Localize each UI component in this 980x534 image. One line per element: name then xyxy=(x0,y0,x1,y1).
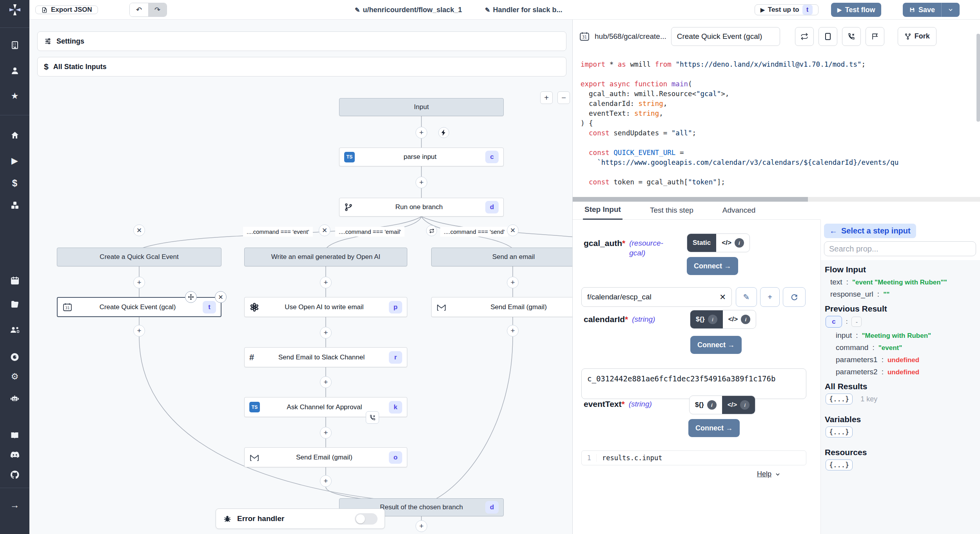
discord-icon[interactable] xyxy=(0,449,29,461)
zoom-out-button[interactable]: − xyxy=(557,91,570,104)
add-step-button[interactable]: + xyxy=(320,475,332,487)
edit-resource-button[interactable]: ✎ xyxy=(736,287,757,307)
branch-condition-email[interactable]: ....command === 'email' xyxy=(335,227,405,237)
branch-header-openai[interactable]: Write an email generated by Open AI xyxy=(244,248,407,266)
settings-gear-icon[interactable]: ⚙ xyxy=(0,371,29,383)
add-resource-button[interactable]: + xyxy=(760,287,780,307)
swap-branch-icon[interactable] xyxy=(426,225,437,236)
docs-book-icon[interactable] xyxy=(0,430,29,441)
info-icon[interactable]: i xyxy=(735,238,744,248)
prop-row-text[interactable]: text: "event "Meeting with Ruben"" xyxy=(830,278,976,286)
step-node-run-one-branch[interactable]: Run one branch d xyxy=(339,198,504,217)
event-text-connect-button[interactable]: Connect → xyxy=(688,419,740,437)
folders-icon[interactable] xyxy=(0,298,29,310)
info-icon[interactable]: i xyxy=(740,400,750,410)
user-icon[interactable] xyxy=(0,65,29,77)
variables-object-badge[interactable]: {...} xyxy=(826,426,853,437)
step-node-send-gmail-right[interactable]: Send Email (gmail) xyxy=(431,297,572,317)
clear-resource-icon[interactable]: ✕ xyxy=(719,292,726,302)
save-button[interactable]: Save xyxy=(903,3,942,17)
add-step-button[interactable]: + xyxy=(416,127,427,139)
info-icon[interactable]: i xyxy=(707,400,717,410)
suspend-phone-icon-button[interactable] xyxy=(842,27,861,46)
groups-icon[interactable] xyxy=(0,324,29,335)
step-node-send-gmail-mid[interactable]: Send Email (gmail) o xyxy=(244,447,407,467)
windmill-logo[interactable] xyxy=(0,0,29,20)
remove-branch-button[interactable]: ✕ xyxy=(507,224,519,236)
step-node-ask-approval[interactable]: TS Ask Channel for Approval k xyxy=(244,397,407,417)
code-mode-segment[interactable]: </>i xyxy=(716,234,750,252)
move-step-button[interactable] xyxy=(185,291,197,303)
add-step-button[interactable]: + xyxy=(320,427,332,439)
remove-branch-button[interactable]: ✕ xyxy=(133,224,145,236)
refresh-resource-button[interactable] xyxy=(783,287,806,307)
add-step-button[interactable]: + xyxy=(416,520,427,532)
add-step-button[interactable]: + xyxy=(507,325,519,337)
runs-play-icon[interactable]: ▶ xyxy=(0,155,29,167)
save-dropdown-chevron[interactable] xyxy=(942,3,960,17)
calendar-id-connect-button[interactable]: Connect → xyxy=(690,336,742,354)
event-text-expression-editor[interactable]: 1 results.c.input xyxy=(581,450,806,465)
code-mode-segment[interactable]: </>i xyxy=(723,310,756,328)
variables-dollar-icon[interactable]: $ xyxy=(0,177,29,189)
flow-summary-breadcrumb[interactable]: ✎ Handler for slack b... xyxy=(485,6,562,14)
prop-row-input[interactable]: input: "Meeting with Ruben" xyxy=(836,331,976,340)
favorites-star-icon[interactable]: ★ xyxy=(0,90,29,102)
template-mode-segment[interactable]: ${}i xyxy=(690,396,722,414)
collapse-arrow-icon[interactable]: → xyxy=(0,499,29,511)
prop-row-parameters1[interactable]: parameters1: undefined xyxy=(836,355,976,364)
add-step-button[interactable]: + xyxy=(320,277,332,288)
error-handler-toggle[interactable] xyxy=(355,513,377,525)
flow-path-breadcrumb[interactable]: ✎ u/henricourdent/flow_slack_1 xyxy=(355,6,462,14)
template-mode-segment[interactable]: ${}i xyxy=(690,310,723,328)
add-step-button[interactable]: + xyxy=(320,327,332,339)
prop-search-input[interactable] xyxy=(824,241,976,256)
calendar-id-value-textarea[interactable]: c_0312442e881ae6fcf1dec23f54916a389f1c17… xyxy=(581,368,806,399)
audit-eye-icon[interactable] xyxy=(0,351,29,363)
add-step-button[interactable]: + xyxy=(320,376,332,388)
add-step-button[interactable]: + xyxy=(416,177,427,188)
delete-step-button[interactable]: ✕ xyxy=(215,291,227,303)
tab-advanced[interactable]: Advanced xyxy=(721,206,757,219)
prop-row-command[interactable]: command: "event" xyxy=(836,343,976,352)
tab-step-input[interactable]: Step Input xyxy=(583,205,622,220)
prop-row-parameters2[interactable]: parameters2: undefined xyxy=(836,368,976,376)
code-editor[interactable]: import * as wmill from "https://deno.lan… xyxy=(581,60,976,196)
code-vertical-scrollbar[interactable] xyxy=(976,34,980,122)
fork-button[interactable]: Fork xyxy=(898,27,936,46)
add-step-button[interactable]: + xyxy=(133,325,145,337)
redo-button[interactable]: ↷ xyxy=(148,3,167,16)
test-flow-button[interactable]: ▶ Test flow xyxy=(831,3,881,17)
code-horizontal-scrollbar[interactable] xyxy=(573,197,980,202)
add-step-button[interactable]: + xyxy=(507,277,519,288)
step-node-parse-input[interactable]: TS parse input c xyxy=(339,148,504,166)
prop-row-response-url[interactable]: response_url: "" xyxy=(830,290,976,299)
trigger-lightning-icon[interactable] xyxy=(438,127,449,138)
test-up-to-button[interactable]: ▶ Test up to t xyxy=(755,4,818,15)
collapse-dash-button[interactable]: - xyxy=(851,317,862,327)
branch-condition-send[interactable]: ....command === 'send' xyxy=(440,227,508,237)
export-json-button[interactable]: Export JSON xyxy=(35,5,98,14)
gcal-auth-connect-button[interactable]: Connect → xyxy=(687,257,738,275)
github-icon[interactable] xyxy=(0,469,29,481)
tab-test-this-step[interactable]: Test this step xyxy=(648,206,695,219)
zoom-in-button[interactable]: + xyxy=(540,91,553,104)
workers-robot-icon[interactable] xyxy=(0,392,29,404)
code-mode-segment[interactable]: </>i xyxy=(722,396,755,414)
help-link[interactable]: Help xyxy=(757,470,781,478)
flow-canvas[interactable]: Settings $ All Static Inputs + − Input + xyxy=(29,20,572,534)
step-node-use-openai[interactable]: Use Open AI to write email p xyxy=(244,297,407,317)
branch-header-gcal[interactable]: Create a Quick Gcal Event xyxy=(57,248,221,266)
gcal-auth-resource-input[interactable]: f/calendar/escp_cal ✕ xyxy=(581,287,732,307)
home-icon[interactable] xyxy=(0,129,29,141)
remove-branch-button[interactable]: ✕ xyxy=(319,224,330,236)
info-icon[interactable]: i xyxy=(741,315,750,324)
schedules-calendar-icon[interactable] xyxy=(0,275,29,286)
flow-settings-bar[interactable]: Settings xyxy=(37,31,566,51)
add-step-button[interactable]: + xyxy=(133,277,145,288)
resources-object-badge[interactable]: {...} xyxy=(826,459,853,470)
previous-result-step-badge[interactable]: c xyxy=(826,316,842,328)
hub-script-path[interactable]: hub/568/gcal/create... xyxy=(595,32,666,41)
all-results-object-badge[interactable]: {...} xyxy=(826,394,853,405)
branch-header-send[interactable]: Send an email xyxy=(431,248,572,266)
